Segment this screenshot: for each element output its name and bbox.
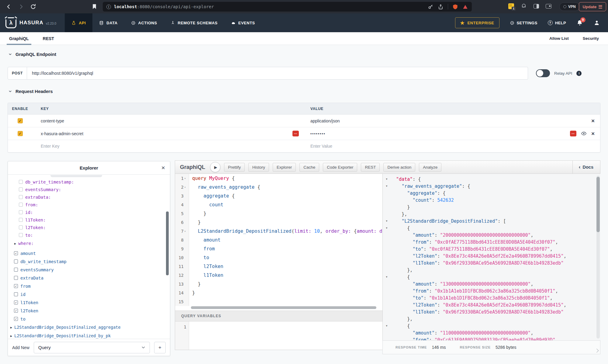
reload-icon[interactable]	[30, 3, 36, 10]
wallet-icon[interactable]	[546, 4, 551, 9]
toolbar-button[interactable]: Cache	[299, 163, 319, 172]
sidebar-toggle-icon[interactable]	[534, 4, 539, 9]
field-item[interactable]: eventsSummary	[8, 266, 170, 274]
user-icon[interactable]	[593, 19, 600, 26]
key-cell[interactable]: content-type•••	[32, 118, 304, 123]
fold-arrow-icon[interactable]: ▼	[383, 276, 391, 278]
toolbar-button[interactable]: REST	[361, 163, 380, 172]
fold-arrow-icon[interactable]: ▼	[383, 220, 391, 222]
checkbox[interactable]: ✓	[14, 309, 18, 313]
argument-item[interactable]: eventsSummary:	[8, 186, 170, 193]
endpoint-section-header[interactable]: GraphQL Endpoint	[9, 52, 56, 57]
password-manager-icon[interactable]: •••	[570, 131, 576, 136]
nav-tab-actions[interactable]: ACTIONS	[124, 13, 164, 32]
toolbar-button[interactable]: History	[248, 163, 269, 172]
toolbar-button[interactable]: Code Exporter	[323, 163, 357, 172]
field-item[interactable]: ✓ from	[8, 282, 170, 290]
resize-handle[interactable]	[595, 349, 599, 353]
checkbox[interactable]: ✓	[14, 300, 18, 304]
fold-arrow-icon[interactable]: ▼	[383, 227, 391, 229]
password-manager-icon[interactable]: •••	[292, 131, 299, 136]
add-operation-button[interactable]: +	[154, 342, 166, 353]
nav-tab-remote-schemas[interactable]: REMOTE SCHEMAS	[164, 13, 224, 32]
argument-item[interactable]: l2Token:	[8, 224, 170, 231]
argument-item[interactable]: l1Token:	[8, 216, 170, 224]
checkbox[interactable]	[14, 276, 18, 280]
field-item[interactable]: ✓ amount	[8, 249, 170, 257]
checkbox[interactable]	[19, 180, 23, 184]
allow-list-link[interactable]: Allow List	[549, 36, 569, 41]
response-scrollbar[interactable]	[596, 177, 600, 232]
url-bar[interactable]: i localhost:8080/console/api/api-explore…	[103, 2, 472, 12]
field-item[interactable]: id	[8, 290, 170, 298]
help-button[interactable]: ? HELP	[548, 20, 566, 25]
toolbar-button[interactable]: Analyze	[419, 163, 441, 172]
value-cell[interactable]: application/json ••• ×	[304, 118, 600, 124]
info-icon[interactable]: i	[576, 71, 582, 76]
key-cell[interactable]: x-hasura-admin-secret•••	[32, 131, 304, 136]
query-variables-header[interactable]: QUERY VARIABLES	[175, 311, 382, 321]
endpoint-url-input[interactable]	[27, 67, 528, 80]
operation-type-select[interactable]: Query	[34, 342, 150, 353]
execute-query-button[interactable]: ▶	[210, 162, 220, 172]
nav-tab-data[interactable]: DATA	[92, 13, 124, 32]
where-expandable[interactable]: ▶ where:	[8, 239, 170, 248]
settings-button[interactable]: SETTINGS	[510, 21, 537, 25]
toolbar-button[interactable]: Explorer	[273, 163, 296, 172]
fold-arrow-icon[interactable]: ▼	[383, 185, 391, 187]
key-placeholder[interactable]: Enter Key	[41, 144, 59, 149]
checkbox[interactable]	[19, 218, 23, 222]
back-icon[interactable]	[5, 3, 12, 10]
argument-item[interactable]: to:	[8, 231, 170, 239]
checkbox[interactable]: ✓	[14, 317, 18, 321]
fold-arrow-icon[interactable]: ▾	[184, 230, 187, 233]
toolbar-button[interactable]: Prettify	[224, 163, 245, 172]
checkbox[interactable]	[19, 203, 23, 207]
response-pane[interactable]: ▼ "data": { ▼ "raw_events_aggregate": { …	[382, 174, 600, 340]
field-item[interactable]: ✓ l1Token	[8, 298, 170, 307]
checkbox[interactable]: ✓	[14, 284, 18, 288]
value-cell[interactable]: •••••••• ••• ×	[304, 131, 600, 136]
menu-icon[interactable]	[599, 5, 602, 9]
field-item[interactable]: ✓ to	[8, 315, 170, 323]
checkbox[interactable]	[19, 225, 23, 229]
notes-extension-icon[interactable]: 1	[508, 3, 514, 9]
key-icon[interactable]	[428, 4, 434, 10]
nav-tab-events[interactable]: EVENTS	[224, 13, 262, 32]
argument-item[interactable]: from:	[8, 201, 170, 208]
share-icon[interactable]	[438, 4, 444, 10]
bookmark-icon[interactable]	[91, 3, 98, 10]
site-info-icon[interactable]: i	[106, 5, 111, 9]
vpn-button[interactable]: VPN	[559, 2, 580, 11]
checkbox[interactable]	[19, 195, 23, 199]
fold-arrow-icon[interactable]: ▼	[383, 325, 391, 327]
notifications-button[interactable]: 9	[576, 19, 583, 26]
field-item[interactable]: extraData	[8, 274, 170, 282]
enterprise-button[interactable]: ★ENTERPRISE	[455, 17, 499, 28]
warning-triangle-icon[interactable]	[462, 4, 468, 10]
checkbox[interactable]	[19, 187, 23, 191]
argument-item[interactable]: extraData:	[8, 193, 170, 201]
query-editor[interactable]: 1▾ query MyQuery { 2▾ raw_events_aggrega…	[175, 174, 382, 311]
toolbar-button[interactable]: Derive action	[383, 163, 415, 172]
hasura-logo[interactable]: λ	[5, 17, 16, 28]
reveal-eye-icon[interactable]	[581, 131, 586, 136]
fold-arrow-icon[interactable]: ▾	[184, 177, 187, 180]
enable-checkbox[interactable]: ✓	[18, 118, 23, 123]
expandable-item[interactable]: ▶ L2StandardBridge_DepositFinalized_aggr…	[8, 323, 170, 331]
close-icon[interactable]: ×	[161, 164, 165, 171]
tab-graphiql[interactable]: GraphiQL	[9, 32, 29, 45]
relay-api-toggle[interactable]	[536, 69, 550, 77]
forward-icon[interactable]	[18, 3, 24, 10]
brave-shield-icon[interactable]	[452, 4, 458, 10]
argument-item[interactable]: id:	[8, 208, 170, 216]
horizontal-scrollbar[interactable]	[191, 306, 376, 309]
checkbox[interactable]	[19, 210, 23, 214]
remove-header-icon[interactable]: ×	[591, 118, 595, 124]
query-variables-editor[interactable]: 1	[175, 321, 382, 350]
remove-header-icon[interactable]: ×	[591, 131, 595, 136]
field-item[interactable]: db_write_timestamp	[8, 257, 170, 266]
security-link[interactable]: Security	[583, 36, 599, 41]
checkbox[interactable]	[14, 268, 18, 272]
ghost-extension-icon[interactable]	[521, 3, 527, 9]
